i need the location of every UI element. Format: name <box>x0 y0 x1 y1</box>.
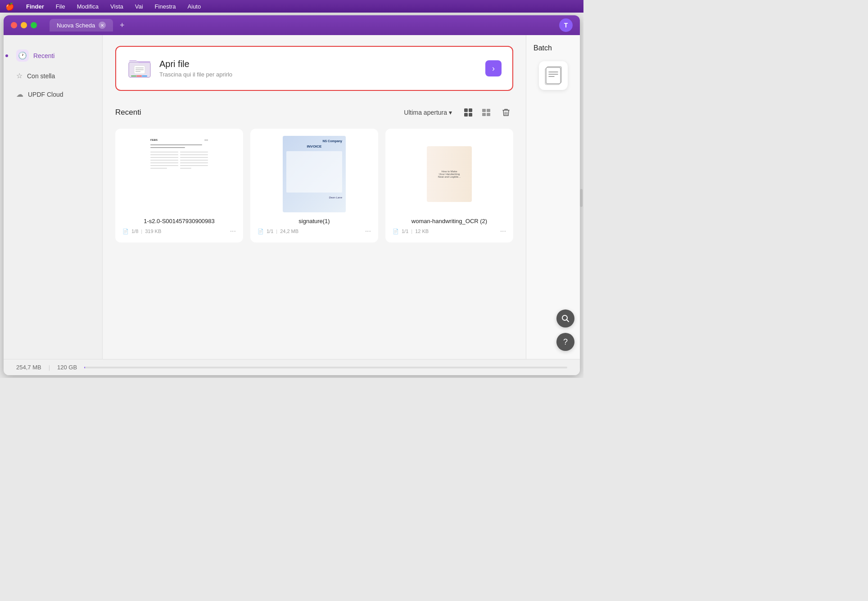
close-button[interactable] <box>11 22 17 28</box>
bottom-bar-sep: | <box>49 364 50 371</box>
file-size-1: 319 KB <box>145 229 161 234</box>
file-name-2: signature(1) <box>298 218 330 224</box>
sort-chevron-icon: ▾ <box>449 109 452 116</box>
svg-rect-8 <box>464 108 468 112</box>
list-item[interactable]: How to Make!Jour HandwritingNeat and Leg… <box>385 129 513 242</box>
file-meta-3: 📄 1/1 | 12 KB ··· <box>393 227 506 235</box>
svg-rect-9 <box>469 108 472 112</box>
grid-view-button[interactable] <box>461 105 475 120</box>
more-button-3[interactable]: ··· <box>500 227 506 235</box>
sort-label: Ultima apertura <box>404 109 447 116</box>
storage-bar-fill <box>84 367 85 368</box>
menubar-modifica[interactable]: Modifica <box>75 2 100 11</box>
file-size-3: 12 KB <box>415 229 429 234</box>
tab-close-button[interactable]: ✕ <box>99 22 106 29</box>
tab-label: Nuova Scheda <box>57 22 95 29</box>
apple-menu[interactable]: 🍎 <box>5 2 14 11</box>
open-file-text: Apri file Trascina qui il file per aprir… <box>159 59 478 78</box>
open-file-title: Apri file <box>159 59 478 69</box>
sidebar-label-recenti: Recenti <box>33 52 54 59</box>
window-controls <box>11 22 37 28</box>
recent-section-title: Recenti <box>115 108 404 117</box>
file-thumbnail-1: FEBS ⊞⊞ <box>148 136 211 212</box>
svg-rect-14 <box>482 113 486 116</box>
file-meta-1: 📄 1/8 | 319 KB ··· <box>122 227 236 235</box>
content-area: Apri file Trascina qui il file per aprir… <box>103 35 526 359</box>
menubar: 🍎 Finder File Modifica Vista Vai Finestr… <box>0 0 583 13</box>
svg-rect-10 <box>464 113 468 117</box>
star-icon: ☆ <box>16 72 23 80</box>
cloud-sidebar-icon: ☁ <box>16 90 23 99</box>
minimize-button[interactable] <box>21 22 27 28</box>
file-name-1: 1-s2.0-S001457930900983 <box>144 218 215 224</box>
help-float-button[interactable]: ? <box>556 333 574 351</box>
list-view-button[interactable] <box>479 105 493 120</box>
svg-line-23 <box>567 320 569 322</box>
folder-icon <box>128 58 151 79</box>
file-grid: FEBS ⊞⊞ <box>115 129 513 242</box>
svg-rect-18 <box>546 67 561 84</box>
tab-container: Nuova Scheda ✕ + <box>50 19 127 31</box>
batch-icon-button[interactable] <box>539 61 568 90</box>
view-buttons <box>461 105 493 120</box>
file-icon-2: 📄 <box>258 229 264 234</box>
maximize-button[interactable] <box>31 22 37 28</box>
sidebar-label-con-stella: Con stella <box>27 72 55 80</box>
help-icon: ? <box>563 337 568 347</box>
file-size-2: 24,2 MB <box>280 229 298 234</box>
menubar-finestra[interactable]: Finestra <box>153 2 178 11</box>
file-meta-2: 📄 1/1 | 24,2 MB ··· <box>258 227 371 235</box>
file-pages-1: 1/8 <box>131 229 138 234</box>
float-buttons: ? <box>556 309 574 351</box>
bottom-bar: 254,7 MB | 120 GB <box>4 359 580 375</box>
menubar-vai[interactable]: Vai <box>133 2 145 11</box>
storage-total: 120 GB <box>57 364 77 371</box>
file-icon-1: 📄 <box>122 229 129 234</box>
more-button-1[interactable]: ··· <box>230 227 236 235</box>
file-thumbnail-2: ☁ NS Company INVOICE Dean Lane <box>283 136 346 212</box>
trash-button[interactable] <box>499 105 513 120</box>
svg-rect-11 <box>469 113 472 117</box>
file-name-3: woman-handwriting_OCR (2) <box>411 218 487 224</box>
open-file-box[interactable]: Apri file Trascina qui il file per aprir… <box>115 46 513 91</box>
file-pages-3: 1/1 <box>402 229 408 234</box>
recent-header: Recenti Ultima apertura ▾ <box>115 105 513 120</box>
menubar-finder[interactable]: Finder <box>24 2 46 11</box>
svg-rect-13 <box>487 109 490 112</box>
search-float-button[interactable] <box>556 309 574 327</box>
sidebar-label-updf-cloud: UPDF Cloud <box>28 91 63 98</box>
menubar-vista[interactable]: Vista <box>108 2 125 11</box>
storage-used: 254,7 MB <box>16 364 41 371</box>
folder-icon-container <box>127 56 152 81</box>
svg-rect-12 <box>482 109 486 112</box>
open-file-arrow-button[interactable]: › <box>485 60 502 76</box>
avatar: T <box>559 18 573 32</box>
menubar-aiuto[interactable]: Aiuto <box>186 2 203 11</box>
storage-bar <box>84 367 567 368</box>
file-icon-3: 📄 <box>393 229 399 234</box>
tab-add-button[interactable]: + <box>117 20 127 31</box>
main-window: Nuova Scheda ✕ + T 🕐 Recenti ☆ Con stell… <box>4 15 580 375</box>
svg-rect-15 <box>487 113 490 116</box>
sidebar-item-recenti[interactable]: 🕐 Recenti <box>7 45 99 66</box>
sidebar: 🕐 Recenti ☆ Con stella ☁ UPDF Cloud <box>4 35 103 359</box>
titlebar: Nuova Scheda ✕ + T <box>4 15 580 35</box>
file-pages-2: 1/1 <box>267 229 273 234</box>
main-area: 🕐 Recenti ☆ Con stella ☁ UPDF Cloud <box>4 35 580 359</box>
list-item[interactable]: ☁ NS Company INVOICE Dean Lane signature… <box>250 129 378 242</box>
clock-icon: 🕐 <box>18 52 27 59</box>
menubar-file[interactable]: File <box>54 2 67 11</box>
tab-nuova-scheda[interactable]: Nuova Scheda ✕ <box>50 19 113 31</box>
sidebar-item-con-stella[interactable]: ☆ Con stella <box>7 67 99 85</box>
more-button-2[interactable]: ··· <box>365 227 371 235</box>
sidebar-item-updf-cloud[interactable]: ☁ UPDF Cloud <box>7 85 99 103</box>
sort-button[interactable]: Ultima apertura ▾ <box>404 109 452 116</box>
batch-title: Batch <box>533 44 552 52</box>
open-file-subtitle: Trascina qui il file per aprirlo <box>159 71 478 78</box>
file-thumbnail-3: How to Make!Jour HandwritingNeat and Leg… <box>418 136 481 212</box>
list-item[interactable]: FEBS ⊞⊞ <box>115 129 243 242</box>
